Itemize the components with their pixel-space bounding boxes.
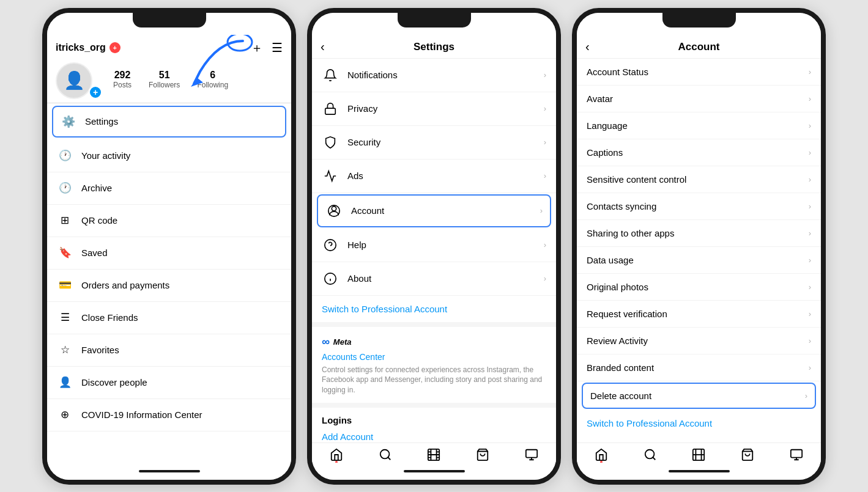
nav-search-2[interactable] xyxy=(379,448,392,461)
nav-search-3[interactable] xyxy=(644,448,657,461)
account-item-language[interactable]: Language › xyxy=(577,112,821,139)
account-item-photos[interactable]: Original photos › xyxy=(577,274,821,301)
switch-pro-label: Switch to Professional Account xyxy=(587,418,811,428)
nav-home-2[interactable] xyxy=(330,448,343,461)
svg-line-11 xyxy=(388,457,390,460)
menu-item-favorites[interactable]: ☆ Favorites xyxy=(47,334,291,367)
account-item-data[interactable]: Data usage › xyxy=(577,247,821,274)
settings-item-account[interactable]: Account › xyxy=(317,194,551,227)
switch-professional-label: Switch to Professional Account xyxy=(322,304,546,314)
account-item-status[interactable]: Account Status › xyxy=(577,59,821,86)
posts-label: Posts xyxy=(113,81,132,89)
following-count: 6 xyxy=(210,70,215,81)
accounts-center-link[interactable]: Accounts Center xyxy=(322,352,546,362)
home-dot-2 xyxy=(335,461,338,463)
svg-rect-31 xyxy=(791,449,802,457)
verification-chevron: › xyxy=(809,309,811,318)
hamburger-icon[interactable]: ☰ xyxy=(272,40,283,55)
posts-stat: 292 Posts xyxy=(113,70,132,89)
notifications-icon xyxy=(322,67,339,84)
menu-item-covid[interactable]: ⊕ COVID-19 Information Center xyxy=(47,399,291,431)
home-bar-1 xyxy=(139,470,200,472)
settings-item-help[interactable]: Help › xyxy=(312,229,556,262)
svg-point-5 xyxy=(325,239,336,250)
review-activity-label: Review Activity xyxy=(587,336,809,346)
back-button[interactable]: ‹ xyxy=(321,40,325,54)
home-dot-3 xyxy=(600,461,603,463)
privacy-chevron: › xyxy=(544,104,546,113)
account-chevron: › xyxy=(540,206,543,215)
nav-reels-3[interactable] xyxy=(692,448,705,461)
nav-profile-2[interactable] xyxy=(525,448,538,461)
account-item-sensitive[interactable]: Sensitive content control › xyxy=(577,166,821,193)
security-label: Security xyxy=(347,137,544,147)
add-photo-button[interactable]: + xyxy=(89,86,102,99)
settings-label: Settings xyxy=(85,116,278,127)
account-settings-label: Account xyxy=(351,205,540,216)
privacy-label: Privacy xyxy=(347,103,544,114)
nav-profile-3[interactable] xyxy=(790,448,803,461)
profile-photo: 👤 xyxy=(56,62,92,99)
phone-1-top xyxy=(47,13,291,35)
account-item-verification[interactable]: Request verification › xyxy=(577,301,821,328)
menu-item-close-friends[interactable]: ☰ Close Friends xyxy=(47,302,291,334)
nav-shop-3[interactable] xyxy=(741,448,754,461)
meta-description: Control settings for connected experienc… xyxy=(322,365,546,395)
menu-item-discover[interactable]: 👤 Discover people xyxy=(47,367,291,399)
followers-stat: 51 Followers xyxy=(149,70,180,89)
account-item-avatar[interactable]: Avatar › xyxy=(577,86,821,112)
account-item-add-pro[interactable]: Add new professional account xyxy=(577,436,821,442)
settings-item-security[interactable]: Security › xyxy=(312,126,556,160)
top-icons: ＋ ☰ xyxy=(251,40,283,56)
logins-title: Logins xyxy=(322,415,546,425)
bottom-nav-2 xyxy=(312,442,556,463)
notch-1 xyxy=(133,13,206,28)
username-badge: + xyxy=(109,42,121,53)
meta-section: ∞ Meta Accounts Center Control settings … xyxy=(312,327,556,403)
ads-chevron: › xyxy=(544,171,546,180)
menu-item-saved[interactable]: 🔖 Saved xyxy=(47,237,291,270)
help-icon xyxy=(322,237,339,254)
followers-label: Followers xyxy=(149,81,180,89)
profile-info-row: 👤 + 292 Posts 51 Followers 6 Foll xyxy=(56,62,283,99)
discover-label: Discover people xyxy=(81,377,281,387)
settings-item-privacy[interactable]: Privacy › xyxy=(312,92,556,126)
account-item-branded[interactable]: Branded content › xyxy=(577,354,821,381)
phone-1: itricks_org + ＋ ☰ 👤 + 292 xyxy=(42,8,296,485)
account-back-button[interactable]: ‹ xyxy=(585,40,590,54)
nav-reels-2[interactable] xyxy=(427,448,440,461)
settings-icon: ⚙️ xyxy=(61,114,76,130)
section-divider-logins xyxy=(312,403,556,408)
account-item-review[interactable]: Review Activity › xyxy=(577,328,821,354)
activity-label: Your activity xyxy=(81,150,281,161)
settings-item-switch-professional[interactable]: Switch to Professional Account xyxy=(312,296,556,322)
account-item-captions[interactable]: Captions › xyxy=(577,139,821,166)
phone-2-bottom xyxy=(312,463,556,480)
menu-item-archive[interactable]: 🕐 Archive xyxy=(47,172,291,205)
menu-item-orders[interactable]: 💳 Orders and payments xyxy=(47,270,291,302)
settings-item-about[interactable]: About › xyxy=(312,262,556,296)
account-item-contacts[interactable]: Contacts syncing › xyxy=(577,193,821,220)
add-account-link[interactable]: Add Account xyxy=(322,431,546,442)
account-item-switch-pro[interactable]: Switch to Professional Account xyxy=(577,410,821,436)
account-item-sharing[interactable]: Sharing to other apps › xyxy=(577,220,821,247)
archive-label: Archive xyxy=(81,183,281,193)
branded-content-label: Branded content xyxy=(587,362,809,373)
nav-home-3[interactable] xyxy=(595,448,608,461)
menu-item-settings[interactable]: ⚙️ Settings xyxy=(52,106,286,138)
settings-item-notifications[interactable]: Notifications › xyxy=(312,59,556,92)
account-item-delete[interactable]: Delete account › xyxy=(582,383,816,409)
contacts-label: Contacts syncing xyxy=(587,201,809,211)
original-photos-chevron: › xyxy=(809,282,811,292)
profile-top-bar: itricks_org + ＋ ☰ xyxy=(56,40,283,56)
nav-shop-2[interactable] xyxy=(476,448,489,461)
sharing-chevron: › xyxy=(809,229,811,238)
delete-account-chevron: › xyxy=(805,391,807,400)
menu-item-activity[interactable]: 🕐 Your activity xyxy=(47,140,291,172)
add-post-icon[interactable]: ＋ xyxy=(251,40,263,56)
menu-list: ⚙️ Settings 🕐 Your activity 🕐 Archive ⊞ … xyxy=(47,103,291,463)
language-chevron: › xyxy=(809,121,811,130)
original-photos-label: Original photos xyxy=(587,282,809,292)
settings-item-ads[interactable]: Ads › xyxy=(312,160,556,193)
menu-item-qr[interactable]: ⊞ QR code xyxy=(47,205,291,237)
